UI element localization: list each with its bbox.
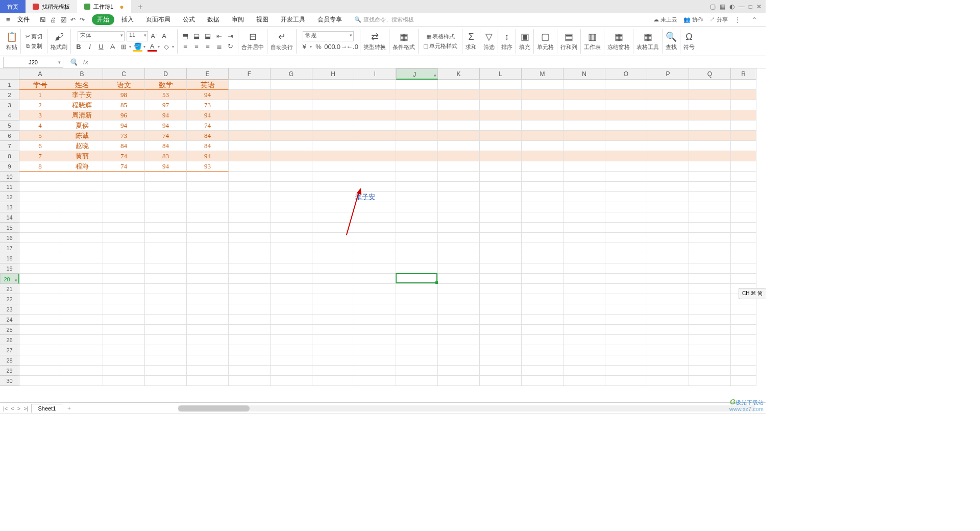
cell-E24[interactable] (187, 315, 229, 325)
cell-C7[interactable]: 84 (103, 141, 145, 151)
cell-H24[interactable] (312, 315, 354, 325)
cell-N24[interactable] (564, 315, 605, 325)
cell-H18[interactable] (312, 253, 354, 263)
align-left-icon[interactable]: ≡ (181, 42, 190, 51)
cell-C24[interactable] (103, 315, 145, 325)
cell-P29[interactable] (647, 366, 689, 376)
cell-C2[interactable]: 98 (103, 90, 145, 100)
cell-R15[interactable] (731, 223, 756, 233)
cell-H5[interactable] (312, 120, 354, 131)
tab-template[interactable]: 找稻壳模板 (26, 0, 77, 13)
comma-icon[interactable]: 000 (325, 42, 334, 52)
cell-Q15[interactable] (689, 223, 731, 233)
cell-B28[interactable] (61, 355, 103, 366)
cell-O1[interactable] (605, 80, 647, 90)
cell-A2[interactable]: 1 (19, 90, 61, 100)
cell-H4[interactable] (312, 110, 354, 120)
cell-P6[interactable] (647, 131, 689, 141)
cell-Q21[interactable] (689, 284, 731, 294)
cell-R7[interactable] (731, 141, 756, 151)
cell-F21[interactable] (229, 284, 271, 294)
font-select[interactable]: 宋体 (78, 31, 125, 41)
cell-K22[interactable] (438, 294, 480, 304)
cells[interactable]: 学号姓名语文数学英语1李子安9853942程晓辉8597733周清新969494… (19, 80, 756, 386)
cell-C25[interactable] (103, 325, 145, 335)
cell-R29[interactable] (731, 366, 756, 376)
cell-D26[interactable] (145, 335, 187, 345)
row-header-19[interactable]: 19 (0, 263, 19, 274)
h-scrollbar[interactable] (178, 405, 755, 412)
cell-Q16[interactable] (689, 233, 731, 243)
print-icon[interactable]: 🖨 (50, 16, 56, 23)
row-header-20[interactable]: 20 (0, 274, 19, 284)
cell-F26[interactable] (229, 335, 271, 345)
cell-J15[interactable] (396, 223, 438, 233)
highlight-icon[interactable]: ◇ (162, 42, 171, 52)
cell-E1[interactable]: 英语 (187, 80, 229, 90)
cell-J21[interactable] (396, 284, 438, 294)
table-style-button[interactable]: ▦ 表格样式 (425, 32, 456, 41)
cell-I16[interactable] (354, 233, 396, 243)
cell-R26[interactable] (731, 335, 756, 345)
maximize-button[interactable]: □ (749, 3, 752, 10)
select-all-corner[interactable] (0, 68, 19, 80)
row-header-10[interactable]: 10 (0, 172, 19, 182)
row-header-26[interactable]: 26 (0, 335, 19, 345)
cell-O19[interactable] (605, 263, 647, 274)
freeze-button[interactable]: ▦冻结窗格 (607, 31, 630, 51)
cell-N9[interactable] (564, 161, 605, 172)
cell-B21[interactable] (61, 284, 103, 294)
cell-B17[interactable] (61, 243, 103, 253)
cell-L24[interactable] (480, 315, 522, 325)
cell-E14[interactable] (187, 212, 229, 223)
cell-L10[interactable] (480, 172, 522, 182)
cell-P5[interactable] (647, 120, 689, 131)
cell-J7[interactable] (396, 141, 438, 151)
cell-K30[interactable] (438, 376, 480, 386)
cell-J20[interactable] (396, 274, 438, 284)
cell-O14[interactable] (605, 212, 647, 223)
cell-P4[interactable] (647, 110, 689, 120)
cell-G24[interactable] (271, 315, 312, 325)
cell-Q5[interactable] (689, 120, 731, 131)
cell-Q29[interactable] (689, 366, 731, 376)
cell-G9[interactable] (271, 161, 312, 172)
cell-N20[interactable] (564, 274, 605, 284)
cell-M5[interactable] (522, 120, 564, 131)
cell-I6[interactable] (354, 131, 396, 141)
cell-B15[interactable] (61, 223, 103, 233)
row-header-22[interactable]: 22 (0, 294, 19, 304)
cell-P17[interactable] (647, 243, 689, 253)
row-header-13[interactable]: 13 (0, 202, 19, 212)
row-header-3[interactable]: 3 (0, 100, 19, 110)
cell-M10[interactable] (522, 172, 564, 182)
cell-G17[interactable] (271, 243, 312, 253)
cell-C22[interactable] (103, 294, 145, 304)
cell-C4[interactable]: 96 (103, 110, 145, 120)
cell-B26[interactable] (61, 335, 103, 345)
cell-N30[interactable] (564, 376, 605, 386)
border-icon[interactable]: ⊞ (119, 42, 128, 52)
cell-G2[interactable] (271, 90, 312, 100)
cell-K24[interactable] (438, 315, 480, 325)
cell-N8[interactable] (564, 151, 605, 161)
cell-E6[interactable]: 84 (187, 131, 229, 141)
cell-L23[interactable] (480, 304, 522, 315)
cell-B23[interactable] (61, 304, 103, 315)
cell-C19[interactable] (103, 263, 145, 274)
save-icon[interactable]: 🖫 (40, 16, 46, 23)
cell-J10[interactable] (396, 172, 438, 182)
cell-B19[interactable] (61, 263, 103, 274)
cell-B2[interactable]: 李子安 (61, 90, 103, 100)
cell-K14[interactable] (438, 212, 480, 223)
cell-I25[interactable] (354, 325, 396, 335)
cell-C30[interactable] (103, 376, 145, 386)
cell-C15[interactable] (103, 223, 145, 233)
cell-L6[interactable] (480, 131, 522, 141)
redo-icon[interactable]: ↷ (80, 16, 85, 23)
cell-L4[interactable] (480, 110, 522, 120)
cell-O3[interactable] (605, 100, 647, 110)
cell-O30[interactable] (605, 376, 647, 386)
row-header-14[interactable]: 14 (0, 212, 19, 223)
cell-O5[interactable] (605, 120, 647, 131)
